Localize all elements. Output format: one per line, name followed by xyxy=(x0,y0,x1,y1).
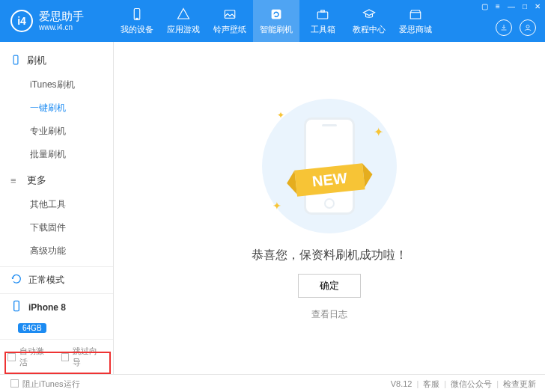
nav-mydevice[interactable]: 我的设备 xyxy=(114,0,160,42)
svg-rect-5 xyxy=(321,10,325,11)
store-icon xyxy=(408,7,423,21)
checkbox-auto-activate[interactable]: 自动激活 xyxy=(7,346,52,368)
nav-ringtones[interactable]: 铃声壁纸 xyxy=(207,0,253,42)
checkbox-block-itunes[interactable]: 阻止iTunes运行 xyxy=(10,375,80,393)
nav-apps[interactable]: 应用游戏 xyxy=(160,0,207,42)
brand: i4 爱思助手 www.i4.cn xyxy=(0,10,114,32)
nav-tutorials[interactable]: 教程中心 xyxy=(346,0,392,42)
support-link[interactable]: 客服 xyxy=(423,375,439,393)
sidebar: 刷机 iTunes刷机 一键刷机 专业刷机 批量刷机 ≡ 更多 其他工具 下载固… xyxy=(0,42,114,374)
phone-icon xyxy=(10,300,22,314)
nav-flash[interactable]: 智能刷机 xyxy=(253,0,299,42)
sidebar-item-batch-flash[interactable]: 批量刷机 xyxy=(0,143,113,166)
graduation-icon xyxy=(362,7,377,21)
toolbox-icon xyxy=(315,7,330,21)
view-log-link[interactable]: 查看日志 xyxy=(311,308,347,321)
brand-logo: i4 xyxy=(10,10,33,32)
svg-rect-4 xyxy=(317,12,328,19)
nav-store[interactable]: 爱思商城 xyxy=(392,0,439,42)
sidebar-item-download-fw[interactable]: 下载固件 xyxy=(0,216,113,239)
download-manager-button[interactable] xyxy=(496,19,512,36)
version-label: V8.12 xyxy=(391,375,412,393)
sidebar-item-other-tools[interactable]: 其他工具 xyxy=(0,193,113,216)
list-icon: ≡ xyxy=(10,175,21,186)
ok-button[interactable]: 确定 xyxy=(298,274,361,298)
account-button[interactable] xyxy=(520,19,536,36)
window-close-icon[interactable]: ✕ xyxy=(535,3,541,10)
refresh-icon xyxy=(10,273,22,287)
sidebar-section-more[interactable]: ≡ 更多 xyxy=(0,169,113,192)
sidebar-item-itunes-flash[interactable]: iTunes刷机 xyxy=(0,73,113,97)
storage-badge: 64GB xyxy=(18,323,46,333)
top-nav: 我的设备 应用游戏 铃声壁纸 智能刷机 工具箱 教程中心 爱思商城 xyxy=(114,0,439,42)
svg-rect-2 xyxy=(225,10,235,18)
main-content: ✦ ✦ ✦ NEW 恭喜您，保资料刷机成功啦！ 确定 查看日志 xyxy=(114,42,545,374)
success-illustration: ✦ ✦ ✦ NEW xyxy=(255,95,404,237)
sidebar-section-flash[interactable]: 刷机 xyxy=(0,49,113,72)
svg-rect-7 xyxy=(13,55,18,64)
statusbar: 阻止iTunes运行 V8.12 | 客服 | 微信公众号 | 检查更新 xyxy=(0,374,545,392)
apps-icon xyxy=(176,7,191,21)
nav-toolbox[interactable]: 工具箱 xyxy=(299,0,346,42)
window-controls: ▢ ≡ — □ ✕ xyxy=(481,3,541,10)
brand-url: www.i4.cn xyxy=(39,23,84,31)
sidebar-item-advanced[interactable]: 高级功能 xyxy=(0,239,113,263)
check-update-link[interactable]: 检查更新 xyxy=(503,375,536,393)
svg-rect-8 xyxy=(14,301,19,310)
window-maximize-icon[interactable]: □ xyxy=(523,3,527,10)
svg-rect-1 xyxy=(136,18,138,19)
refresh-icon xyxy=(269,7,284,21)
phone-icon xyxy=(130,7,144,21)
window-minimize-icon[interactable]: — xyxy=(508,3,515,10)
topbar: i4 爱思助手 www.i4.cn 我的设备 应用游戏 铃声壁纸 智能刷机 工具… xyxy=(0,0,545,42)
success-message: 恭喜您，保资料刷机成功啦！ xyxy=(252,248,407,263)
checkbox-skip-wizard[interactable]: 跳过向导 xyxy=(61,346,106,368)
sidebar-item-pro-flash[interactable]: 专业刷机 xyxy=(0,120,113,143)
image-icon xyxy=(222,7,237,21)
window-tshirt-icon[interactable]: ▢ xyxy=(481,3,488,10)
flash-options: 自动激活 跳过向导 xyxy=(0,339,113,374)
wechat-link[interactable]: 微信公众号 xyxy=(451,375,492,393)
device-mode[interactable]: 正常模式 xyxy=(0,267,113,293)
window-menu-icon[interactable]: ≡ xyxy=(496,3,500,10)
brand-title: 爱思助手 xyxy=(39,10,84,23)
device-info[interactable]: iPhone 8 xyxy=(0,293,113,320)
sidebar-item-onekey-flash[interactable]: 一键刷机 xyxy=(0,97,113,120)
phone-icon xyxy=(10,55,21,67)
svg-point-6 xyxy=(526,25,529,28)
